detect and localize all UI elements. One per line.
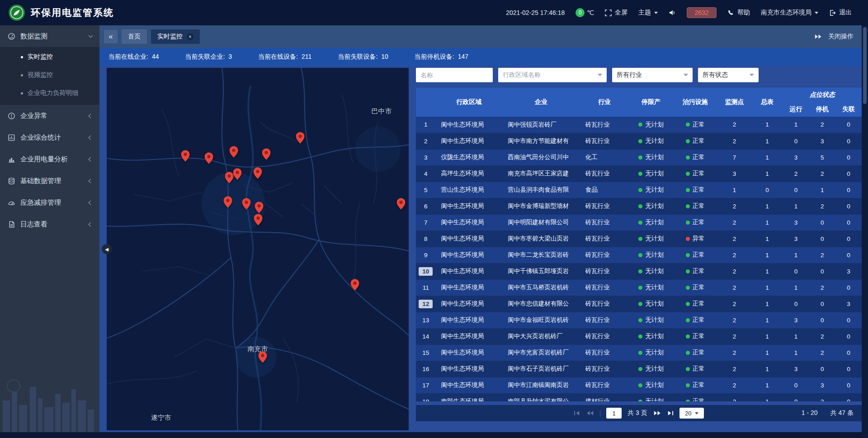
col-industry: 行业 — [580, 88, 629, 117]
fullscreen-button[interactable]: 全屏 — [605, 9, 627, 17]
row-index: 4 — [416, 165, 435, 182]
col-production: 停限产 — [629, 88, 673, 117]
status-dot-icon — [686, 302, 690, 306]
pagination-first-button[interactable] — [574, 410, 580, 416]
table-row[interactable]: 12 阆中生态环境局 阆中市忠信建材有限公 砖瓦行业 无计划 正常 2 1 0 … — [416, 296, 862, 312]
speaker-icon[interactable] — [669, 9, 676, 16]
close-operations-button[interactable]: 关闭操作 — [828, 33, 854, 41]
status-dot-icon — [638, 122, 642, 127]
cell-monitor-points: 2 — [717, 344, 752, 361]
table-row[interactable]: 14 阆中生态环境局 阆中大兴页岩机砖厂 砖瓦行业 无计划 正常 2 1 1 2… — [416, 328, 862, 344]
table-row[interactable]: 5 营山生态环境局 营山县润丰肉食品有限 食品 无计划 正常 1 0 0 1 0 — [416, 182, 862, 198]
status-dot-icon — [638, 302, 642, 306]
chevron-down-icon — [598, 74, 602, 76]
org-dropdown[interactable]: 南充市生态环境局 — [761, 9, 818, 17]
map-pin-icon[interactable] — [233, 168, 241, 182]
table-row[interactable]: 7 阆中生态环境局 阆中明阳建材有限公司 砖瓦行业 无计划 正常 2 1 3 0… — [416, 214, 862, 231]
tab-close-icon[interactable]: × — [187, 33, 193, 40]
map-pin-icon[interactable] — [296, 132, 305, 146]
page-size-select[interactable]: 20 — [679, 408, 704, 419]
sidebar-group[interactable]: 应急减排管理 — [0, 192, 99, 213]
table-row[interactable]: 11 阆中生态环境局 阆中市五马桥页岩机砖 砖瓦行业 无计划 正常 2 1 1 … — [416, 279, 862, 296]
map-pin-icon[interactable] — [223, 196, 232, 210]
cell-treatment-status: 正常 — [673, 149, 717, 165]
alarm-count-badge[interactable]: 2632 — [687, 7, 717, 18]
table-row[interactable]: 17 阆中生态环境局 阆中市江南镇阆南页岩 砖瓦行业 无计划 正常 2 1 0 … — [416, 377, 862, 393]
map-pin-icon[interactable] — [242, 198, 251, 212]
logout-icon — [829, 9, 836, 16]
table-row[interactable]: 2 阆中生态环境局 阆中市南方节能建材有 砖瓦行业 无计划 正常 2 1 0 3… — [416, 133, 862, 149]
table-row[interactable]: 6 阆中生态环境局 阆中市金博瑞新型墙材 砖瓦行业 无计划 正常 2 1 1 2… — [416, 198, 862, 214]
table-row[interactable]: 10 阆中生态环境局 阆中千佛镇五郎垭页岩 砖瓦行业 无计划 正常 2 1 0 … — [416, 263, 862, 279]
name-filter-input[interactable] — [416, 68, 493, 82]
cell-region: 阆中生态环境局 — [435, 328, 502, 344]
sidebar-subitem[interactable]: 企业电力负荷明细 — [0, 84, 99, 102]
table-row[interactable]: 4 高坪生态环境局 南充市高坪区王家店建 砖瓦行业 无计划 正常 3 1 2 2… — [416, 165, 862, 182]
cell-production-status: 无计划 — [629, 198, 673, 214]
sidebar-subitem[interactable]: 视频监控 — [0, 66, 99, 84]
table-row[interactable]: 1 阆中生态环境局 阆中强锐页岩砖厂 砖瓦行业 无计划 正常 2 1 1 2 0 — [416, 117, 862, 133]
pagination-last-button[interactable] — [667, 410, 674, 416]
status-dot-icon — [686, 253, 690, 257]
cell-running: 3 — [783, 149, 809, 165]
cell-offline: 0 — [835, 279, 862, 296]
tab[interactable]: 实时监控 × — [151, 29, 200, 44]
scrollbar[interactable] — [862, 25, 868, 438]
map-collapse-button[interactable]: ◀ — [102, 244, 112, 254]
scrollbar-thumb[interactable] — [863, 27, 867, 104]
cell-stopped: 2 — [809, 344, 835, 361]
theme-dropdown[interactable]: 主题 — [638, 9, 658, 17]
table-row[interactable]: 16 阆中生态环境局 阆中市石子页岩机砖厂 砖瓦行业 无计划 正常 2 1 3 … — [416, 361, 862, 377]
map-pin-icon[interactable] — [254, 167, 262, 181]
map-pin-icon[interactable] — [181, 150, 189, 164]
help-button[interactable]: 帮助 — [727, 9, 750, 17]
cell-running: 0 — [783, 296, 809, 312]
pagination-prev-button[interactable] — [586, 410, 594, 416]
status-dot-icon — [638, 400, 642, 402]
cell-treatment-status: 正常 — [673, 328, 717, 344]
sidebar-group[interactable]: 企业综合统计 — [0, 127, 99, 148]
table-row[interactable]: 8 阆中生态环境局 阆中市枣碧大梁山页岩 砖瓦行业 无计划 异常 2 1 3 0… — [416, 231, 862, 247]
map-pin-icon[interactable] — [225, 172, 233, 185]
cell-region: 阆中生态环境局 — [435, 117, 502, 133]
map-pin-icon[interactable] — [254, 214, 263, 227]
tab[interactable]: 首页 — [122, 29, 147, 44]
table-row[interactable]: 9 阆中生态环境局 阆中市二龙长宝页岩砖 砖瓦行业 无计划 正常 2 1 1 2… — [416, 247, 862, 263]
sidebar-group[interactable]: 基础数据管理 — [0, 170, 99, 192]
map-pin-icon[interactable] — [262, 148, 271, 162]
map-pin-icon[interactable] — [230, 146, 238, 160]
page-number-input[interactable]: 1 — [606, 408, 622, 419]
table-row[interactable]: 3 仪陇生态环境局 西南油气田分公司川中 化工 无计划 正常 7 1 3 5 0 — [416, 149, 862, 165]
cell-industry: 砖瓦行业 — [580, 117, 629, 133]
pagination-next-button[interactable] — [653, 410, 661, 416]
tabs-scroll-right-button[interactable] — [814, 34, 822, 39]
cell-region: 营山生态环境局 — [435, 182, 502, 198]
cell-monitor-points: 2 — [717, 133, 752, 149]
stats-bar: 当前在线企业: 44 当前失联企业: 3 当前在线设备: 211 当前失联设备:… — [99, 48, 862, 66]
map-pin-icon[interactable] — [258, 351, 267, 365]
map-canvas[interactable]: 巴中市南充市遂宁市 ◀ — [107, 68, 409, 430]
cell-monitor-points: 2 — [717, 377, 752, 393]
industry-filter-dropdown[interactable]: 所有行业 — [612, 68, 693, 82]
map-pin-icon[interactable] — [205, 152, 213, 166]
logout-button[interactable]: 退出 — [829, 9, 852, 17]
map-pin-icon[interactable] — [351, 279, 359, 292]
cell-stopped: 2 — [809, 198, 835, 214]
table-row[interactable]: 15 阆中生态环境局 阆中市光富页岩机砖厂 砖瓦行业 无计划 正常 2 1 1 … — [416, 344, 862, 361]
cell-company: 阆中市金博瑞新型墙材 — [502, 198, 580, 214]
sidebar-group[interactable]: 数据监测 — [0, 25, 99, 47]
cell-stopped: 0 — [809, 312, 835, 328]
cell-monitor-points: 1 — [717, 182, 752, 198]
table-row[interactable]: 13 阆中生态环境局 阆中市金福旺页岩机砖 砖瓦行业 无计划 正常 2 1 3 … — [416, 312, 862, 328]
sidebar-group[interactable]: 日志查看 — [0, 213, 99, 235]
cell-production-status: 无计划 — [629, 393, 673, 401]
map-pin-icon[interactable] — [396, 198, 405, 212]
sidebar-subitem[interactable]: 实时监控 — [0, 48, 99, 66]
region-filter-dropdown[interactable]: 行政区域名称 — [498, 68, 607, 82]
row-index: 10 — [416, 263, 435, 279]
tabs-scroll-left-button[interactable]: « — [104, 30, 118, 43]
sidebar-group[interactable]: 企业异常 — [0, 105, 99, 127]
table-row[interactable]: 18 南部生态环境局 南部县升钟水泥有限公 建材行业 无计划 正常 2 1 0 … — [416, 393, 862, 401]
sidebar-group[interactable]: 企业用电量分析 — [0, 148, 99, 170]
status-filter-dropdown[interactable]: 所有状态 — [698, 68, 759, 82]
